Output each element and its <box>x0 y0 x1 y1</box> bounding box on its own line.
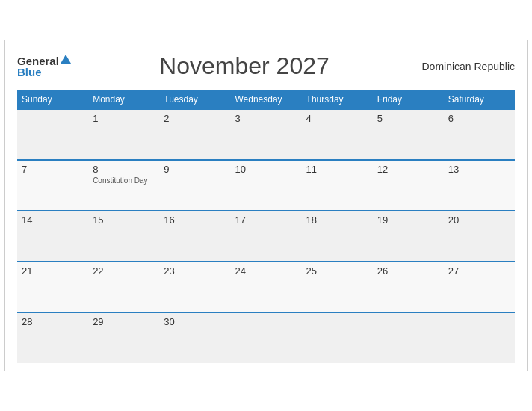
day-number: 26 <box>377 265 439 276</box>
calendar-cell: 24 <box>230 262 301 312</box>
day-number: 29 <box>93 316 155 327</box>
calendar-cell: 6 <box>444 109 515 160</box>
calendar-cell: 7 <box>17 160 88 211</box>
day-number: 12 <box>377 164 439 175</box>
day-number: 6 <box>448 113 510 124</box>
calendar-cell: 26 <box>373 262 444 312</box>
calendar-cell <box>302 312 373 363</box>
calendar-cell: 13 <box>444 160 515 211</box>
calendar-cell: 3 <box>230 109 301 160</box>
calendar-cell <box>17 109 88 160</box>
calendar-cell: 9 <box>159 160 230 211</box>
calendar-cell: 22 <box>88 262 159 312</box>
calendar-cell <box>373 312 444 363</box>
calendar-week-row: 21222324252627 <box>17 262 515 312</box>
weekday-header-saturday: Saturday <box>444 90 515 109</box>
weekday-header-wednesday: Wednesday <box>230 90 301 109</box>
weekday-header-monday: Monday <box>88 90 159 109</box>
calendar-cell: 28 <box>17 312 88 363</box>
calendar-cell: 19 <box>373 211 444 262</box>
calendar-cell: 30 <box>159 312 230 363</box>
calendar-cell <box>230 312 301 363</box>
weekday-header-friday: Friday <box>373 90 444 109</box>
weekday-header-row: SundayMondayTuesdayWednesdayThursdayFrid… <box>17 90 515 109</box>
calendar-week-row: 78Constitution Day910111213 <box>17 160 515 211</box>
weekday-header-tuesday: Tuesday <box>159 90 230 109</box>
day-number: 7 <box>22 164 84 175</box>
calendar-header: General Blue November 2027 Dominican Rep… <box>17 52 515 80</box>
calendar-week-row: 282930 <box>17 312 515 363</box>
calendar-cell <box>444 312 515 363</box>
day-number: 15 <box>93 214 155 226</box>
day-number: 25 <box>306 265 368 276</box>
logo-triangle-icon <box>61 55 71 64</box>
logo-general-text: General <box>17 55 59 67</box>
calendar-cell: 12 <box>373 160 444 211</box>
calendar-cell: 8Constitution Day <box>88 160 159 211</box>
day-number: 20 <box>448 214 510 226</box>
calendar-cell: 17 <box>230 211 301 262</box>
day-number: 18 <box>306 214 368 226</box>
day-number: 8 <box>93 164 155 175</box>
calendar-cell: 29 <box>88 312 159 363</box>
calendar-cell: 2 <box>159 109 230 160</box>
weekday-header-thursday: Thursday <box>302 90 373 109</box>
day-number: 4 <box>306 113 368 124</box>
day-number: 23 <box>164 265 226 276</box>
calendar-cell: 16 <box>159 211 230 262</box>
weekday-header-sunday: Sunday <box>17 90 88 109</box>
day-number: 10 <box>235 164 297 175</box>
calendar-cell: 23 <box>159 262 230 312</box>
day-number: 3 <box>235 113 297 124</box>
day-number: 9 <box>164 164 226 175</box>
calendar-week-row: 123456 <box>17 109 515 160</box>
calendar-cell: 4 <box>302 109 373 160</box>
logo: General Blue <box>17 55 71 78</box>
day-number: 5 <box>377 113 439 124</box>
day-number: 13 <box>448 164 510 175</box>
calendar-cell: 27 <box>444 262 515 312</box>
calendar-cell: 21 <box>17 262 88 312</box>
calendar-cell: 10 <box>230 160 301 211</box>
day-number: 22 <box>93 265 155 276</box>
calendar-cell: 18 <box>302 211 373 262</box>
day-number: 14 <box>22 214 84 226</box>
logo-blue-text: Blue <box>17 67 42 78</box>
country-name: Dominican Republic <box>418 61 515 72</box>
day-number: 1 <box>93 113 155 124</box>
calendar-cell: 11 <box>302 160 373 211</box>
day-number: 21 <box>22 265 84 276</box>
calendar-cell: 20 <box>444 211 515 262</box>
calendar-week-row: 14151617181920 <box>17 211 515 262</box>
day-number: 16 <box>164 214 226 226</box>
calendar-grid: SundayMondayTuesdayWednesdayThursdayFrid… <box>17 90 515 363</box>
calendar-cell: 1 <box>88 109 159 160</box>
calendar-container: General Blue November 2027 Dominican Rep… <box>4 40 528 371</box>
day-number: 24 <box>235 265 297 276</box>
calendar-cell: 14 <box>17 211 88 262</box>
day-number: 17 <box>235 214 297 226</box>
calendar-cell: 5 <box>373 109 444 160</box>
day-number: 19 <box>377 214 439 226</box>
calendar-cell: 25 <box>302 262 373 312</box>
calendar-cell: 15 <box>88 211 159 262</box>
holiday-label: Constitution Day <box>93 176 155 185</box>
day-number: 2 <box>164 113 226 124</box>
day-number: 30 <box>164 316 226 327</box>
day-number: 11 <box>306 164 368 175</box>
day-number: 28 <box>22 316 84 327</box>
day-number: 27 <box>448 265 510 276</box>
month-title: November 2027 <box>71 52 418 80</box>
